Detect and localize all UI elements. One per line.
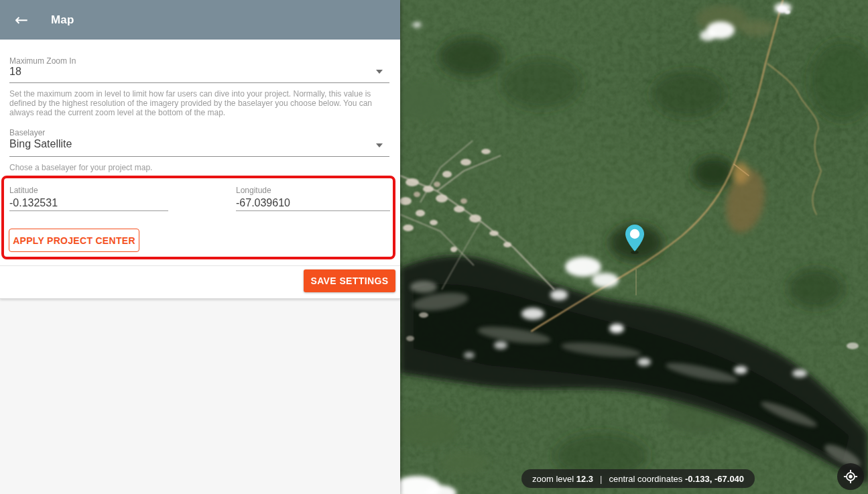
latitude-label: Latitude [9,186,38,195]
zoom-level-label: zoom level [532,474,576,484]
chevron-down-icon[interactable] [376,143,383,147]
baselayer-underline [9,156,389,157]
panel-header: ← Map [0,0,400,40]
gps-fixed-icon [843,469,858,484]
locate-button[interactable] [837,463,864,490]
settings-panel: ← Map Maximum Zoom In 18 Set the maximum… [0,0,400,494]
max-zoom-label: Maximum Zoom In [9,56,76,66]
longitude-label: Longitude [236,186,271,195]
max-zoom-underline [9,82,389,83]
central-coordinates-label: central coordinates [609,474,684,484]
baselayer-label: Baselayer [9,128,45,137]
longitude-field[interactable] [236,195,390,211]
divider [0,265,400,266]
max-zoom-select[interactable]: 18 [9,66,21,78]
latitude-field[interactable] [9,195,168,211]
chevron-down-icon[interactable] [376,70,383,74]
central-coordinates-value: -0.133, -67.040 [685,474,744,484]
map-canvas[interactable]: zoom level 12.3|central coordinates -0.1… [400,0,868,494]
settings-card: Maximum Zoom In 18 Set the maximum zoom … [0,40,400,299]
baselayer-helper-text: Chose a baselayer for your project map. [9,163,389,172]
page-title: Map [51,13,74,27]
status-separator: | [600,474,602,484]
max-zoom-helper-text: Set the maximum zoom in level to limit h… [9,89,389,117]
baselayer-select[interactable]: Bing Satellite [9,138,72,150]
save-settings-button[interactable]: SAVE SETTINGS [304,269,395,292]
map-pin-marker[interactable] [619,222,651,255]
map-status-bar: zoom level 12.3|central coordinates -0.1… [521,469,755,488]
app-root: ← Map Maximum Zoom In 18 Set the maximum… [0,0,868,494]
zoom-level-value: 12.3 [576,474,593,484]
apply-project-center-button[interactable]: APPLY PROJECT CENTER [9,229,139,252]
back-arrow-icon[interactable]: ← [13,12,29,28]
